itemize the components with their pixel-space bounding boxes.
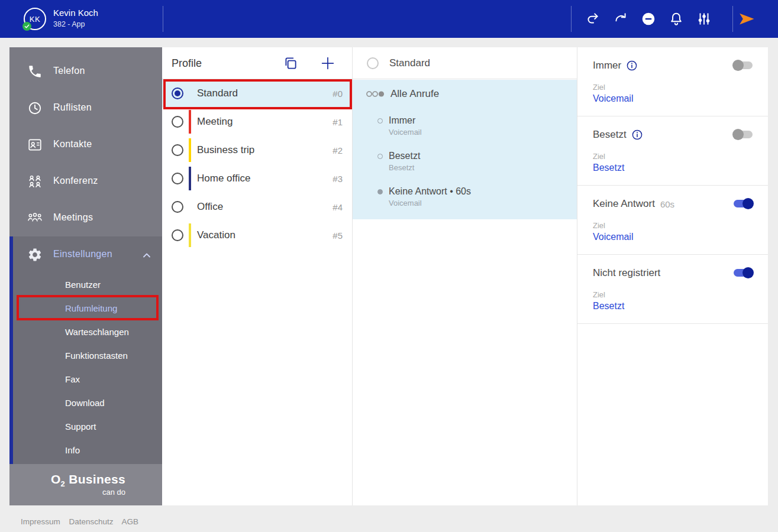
radio-button[interactable] bbox=[172, 116, 183, 128]
sidebar-subitem-info[interactable]: Info bbox=[9, 439, 162, 462]
logo-2: 2 bbox=[61, 479, 66, 488]
footer-link-datenschutz[interactable]: Datenschutz bbox=[69, 517, 114, 526]
profile-color-bar bbox=[189, 167, 191, 190]
profile-number: #1 bbox=[332, 117, 343, 127]
profile-row-office[interactable]: Office #4 bbox=[162, 193, 352, 221]
send-icon[interactable] bbox=[738, 10, 756, 28]
active-section-indicator bbox=[9, 236, 13, 464]
sidebar-subitem-warteschlangen[interactable]: Warteschlangen bbox=[9, 320, 162, 344]
ziel-label: Ziel bbox=[593, 290, 768, 299]
radio-button[interactable] bbox=[367, 57, 379, 69]
call-return-icon[interactable] bbox=[613, 11, 628, 27]
radio-button[interactable] bbox=[172, 87, 183, 99]
rule-label: Immer bbox=[389, 115, 422, 126]
toggle-immer[interactable] bbox=[734, 61, 753, 69]
sidebar-label: Kontakte bbox=[53, 139, 92, 150]
profile-row-home-office[interactable]: Home office #3 bbox=[162, 164, 352, 193]
sidebar-label: Telefon bbox=[53, 66, 85, 76]
sidebar-item-einstellungen[interactable]: Einstellungen bbox=[9, 236, 162, 273]
rule-bullet bbox=[377, 118, 383, 124]
sidebar-item-ruflisten[interactable]: Ruflisten bbox=[9, 90, 162, 126]
presence-online-badge bbox=[22, 22, 31, 31]
gear-icon bbox=[27, 247, 43, 262]
sidebar-subitem-download[interactable]: Download bbox=[9, 391, 162, 415]
app-root: KK Kevin Koch 382 - App bbox=[0, 0, 778, 532]
info-icon[interactable] bbox=[632, 129, 643, 140]
sidebar-item-konferenz[interactable]: Konferenz bbox=[9, 163, 162, 200]
radio-button[interactable] bbox=[172, 201, 183, 213]
rule-bullet bbox=[377, 189, 383, 194]
target-link[interactable]: Voicemail bbox=[593, 232, 633, 242]
sliders-icon[interactable] bbox=[696, 11, 712, 27]
profiles-panel: Profile Standard #0 Meeting #1 Business … bbox=[162, 47, 352, 505]
rule-target: Besetzt bbox=[389, 163, 420, 172]
sidebar-label: Konferenz bbox=[53, 176, 98, 186]
footer-link-agb[interactable]: AGB bbox=[122, 517, 139, 526]
sidebar-subitem-fax[interactable]: Fax bbox=[9, 368, 162, 391]
profile-row-standard[interactable]: Standard #0 bbox=[162, 79, 352, 108]
target-link[interactable]: Besetzt bbox=[593, 163, 624, 173]
detail-section-nicht-registriert: Nicht registriert Ziel Besetzt bbox=[577, 255, 768, 324]
sidebar-subitem-benutzer[interactable]: Benutzer bbox=[9, 273, 162, 297]
info-icon[interactable] bbox=[627, 60, 637, 71]
sidebar-label: Einstellungen bbox=[53, 249, 112, 259]
target-link[interactable]: Besetzt bbox=[593, 301, 624, 312]
profile-color-bar bbox=[189, 195, 191, 219]
target-link[interactable]: Voicemail bbox=[593, 93, 633, 104]
profile-number: #4 bbox=[332, 202, 343, 212]
footer-link-impressum[interactable]: Impressum bbox=[21, 517, 60, 526]
radio-button[interactable] bbox=[172, 229, 183, 241]
profile-row-business-trip[interactable]: Business trip #2 bbox=[162, 136, 352, 164]
sidebar-item-telefon[interactable]: Telefon bbox=[9, 53, 162, 90]
bell-icon[interactable] bbox=[669, 11, 684, 27]
radio-button[interactable] bbox=[172, 173, 183, 184]
detail-title: Nicht registriert bbox=[593, 267, 660, 279]
profile-color-bar bbox=[189, 223, 191, 247]
rule-label: Besetzt bbox=[389, 151, 420, 161]
sidebar-label: Ruflisten bbox=[53, 102, 92, 113]
copy-profile-icon[interactable] bbox=[283, 56, 298, 71]
profile-name: Office bbox=[197, 201, 332, 213]
people-icon bbox=[27, 210, 43, 226]
rule-item-immer[interactable]: Immer Voicemail bbox=[377, 115, 422, 137]
toggle-besetzt[interactable] bbox=[734, 131, 753, 138]
profile-number: #2 bbox=[332, 145, 343, 155]
ziel-label: Ziel bbox=[593, 83, 768, 92]
profile-row-meeting[interactable]: Meeting #1 bbox=[162, 108, 352, 136]
detail-title: Besetzt bbox=[593, 129, 627, 141]
profile-name: Standard bbox=[197, 87, 332, 99]
sidebar-subitem-funktionstasten[interactable]: Funktionstasten bbox=[9, 344, 162, 368]
user-extension: 382 - App bbox=[53, 20, 85, 28]
detail-title: Immer bbox=[593, 60, 621, 72]
sidebar-item-kontakte[interactable]: Kontakte bbox=[9, 126, 162, 163]
detail-section-immer: Immer Ziel Voicemail bbox=[577, 47, 768, 116]
rule-target: Voicemail bbox=[389, 199, 471, 207]
conference-grid-icon bbox=[27, 174, 43, 189]
contact-card-icon bbox=[27, 137, 43, 153]
rule-group-selected[interactable]: Alle Anrufe Immer Voicemail Besetzt Bese… bbox=[353, 80, 577, 219]
rule-item-besetzt[interactable]: Besetzt Besetzt bbox=[377, 151, 420, 172]
avatar-initials: KK bbox=[30, 15, 40, 24]
sidebar-item-meetings[interactable]: Meetings bbox=[9, 200, 162, 236]
profile-color-bar bbox=[189, 138, 191, 162]
rule-item-keine-antwort[interactable]: Keine Antwort • 60s Voicemail bbox=[377, 186, 471, 207]
profile-name: Home office bbox=[197, 173, 332, 184]
rules-header: Standard bbox=[353, 47, 577, 79]
avatar[interactable]: KK bbox=[24, 8, 46, 30]
profile-row-vacation[interactable]: Vacation #5 bbox=[162, 221, 352, 249]
sidebar: Telefon Ruflisten Kontakte Konferenz Mee… bbox=[9, 47, 162, 505]
radio-button[interactable] bbox=[172, 144, 183, 156]
rule-label: Keine Antwort • 60s bbox=[389, 186, 471, 197]
sidebar-subitem-rufumleitung[interactable]: Rufumleitung bbox=[9, 297, 162, 320]
add-profile-icon[interactable] bbox=[319, 55, 336, 72]
toggle-keine-antwort[interactable] bbox=[734, 200, 753, 207]
toggle-nicht-registriert[interactable] bbox=[734, 269, 753, 277]
profile-number: #3 bbox=[332, 174, 343, 184]
dnd-icon[interactable] bbox=[641, 11, 656, 27]
ziel-label: Ziel bbox=[593, 221, 768, 230]
settings-group: Einstellungen Benutzer Rufumleitung Wart… bbox=[9, 236, 162, 464]
call-forward-icon[interactable] bbox=[585, 11, 601, 27]
profile-color-bar bbox=[189, 82, 191, 105]
sidebar-subitem-support[interactable]: Support bbox=[9, 415, 162, 439]
logo-tagline: can do bbox=[9, 488, 125, 497]
